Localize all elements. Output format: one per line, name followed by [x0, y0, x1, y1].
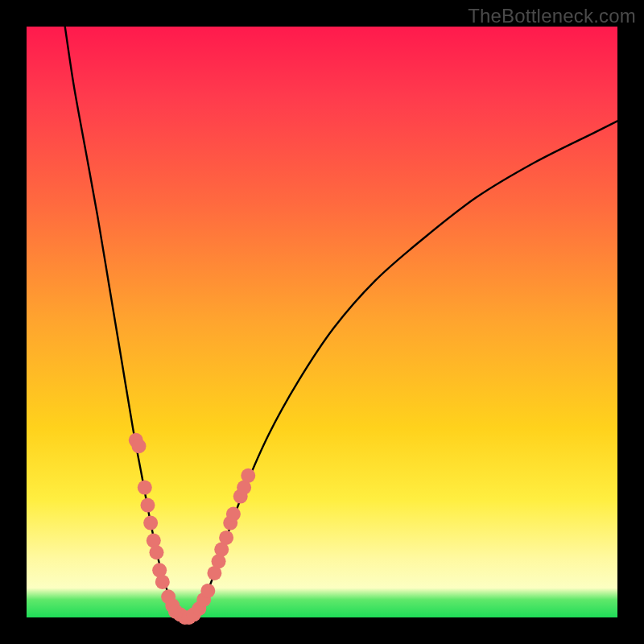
scatter-dot	[143, 516, 158, 530]
chart-svg	[27, 27, 617, 617]
scatter-dot	[140, 498, 155, 513]
scatter-dots	[129, 433, 255, 625]
scatter-dot	[149, 545, 163, 559]
scatter-dot	[131, 439, 146, 453]
watermark-text: TheBottleneck.com	[468, 5, 636, 27]
scatter-dot	[219, 530, 233, 545]
scatter-dot	[241, 469, 255, 483]
scatter-dot	[226, 507, 241, 522]
scatter-dot	[200, 584, 215, 598]
chart-frame: TheBottleneck.com	[0, 0, 644, 644]
scatter-dot	[155, 575, 170, 589]
scatter-dot	[138, 481, 152, 495]
plot-area	[27, 27, 617, 617]
